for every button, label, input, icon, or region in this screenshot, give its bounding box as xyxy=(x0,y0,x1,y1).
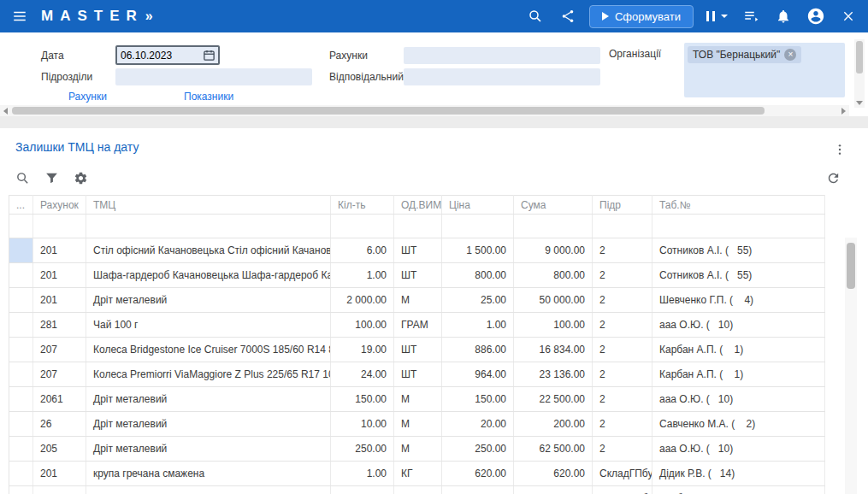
kebab-menu-icon[interactable] xyxy=(829,138,851,161)
column-header-tmc[interactable]: ТМЦ xyxy=(86,196,331,215)
row-handle[interactable] xyxy=(9,412,33,437)
row-handle[interactable] xyxy=(9,338,33,362)
cell-tab[interactable]: Дідик Р.В. ( 14) xyxy=(652,462,825,486)
cell-qty[interactable]: 1.00 xyxy=(331,462,394,486)
cell-dep[interactable]: 2 xyxy=(593,387,652,412)
organizations-box[interactable]: ТОВ "Бернацький" × xyxy=(684,43,845,97)
cell-dep[interactable]: 2 xyxy=(593,338,652,362)
cell-tab[interactable]: Карбан С. ( 10) xyxy=(652,486,825,494)
cell-dep[interactable]: СкладГПбух xyxy=(593,486,652,494)
cell-sum[interactable]: 50 000.00 xyxy=(514,288,593,313)
cell-tab[interactable]: ааа О.Ю. ( 10) xyxy=(652,437,825,462)
cell-tab[interactable]: ааа О.Ю. ( 10) xyxy=(652,387,825,412)
cell-sum[interactable]: 620.00 xyxy=(514,462,593,486)
table-row[interactable]: 2061Дріт металевий150.00М150.0022 500.00… xyxy=(9,387,825,412)
column-filter-cell[interactable] xyxy=(331,215,394,238)
cell-qty[interactable]: 10.00 xyxy=(331,412,394,437)
row-handle[interactable] xyxy=(9,263,33,288)
cell-sum[interactable]: 62 500.00 xyxy=(514,437,593,462)
cell-sum[interactable]: 16 834.00 xyxy=(514,338,593,362)
refresh-icon[interactable] xyxy=(826,171,841,189)
cell-sum[interactable]: 9 000.00 xyxy=(514,238,593,263)
cell-dep[interactable]: 2 xyxy=(593,437,652,462)
column-header-account[interactable]: Рахунок xyxy=(33,196,86,215)
cell-price[interactable]: 964.00 xyxy=(442,362,514,387)
filter-scrollbar-thumb[interactable] xyxy=(856,41,863,74)
cell-unit[interactable]: ШТ xyxy=(394,362,442,387)
cell-unit[interactable]: ШТ xyxy=(394,263,442,288)
column-filter-cell[interactable] xyxy=(593,215,652,238)
column-header-qty[interactable]: Кіл-ть xyxy=(331,196,394,215)
calendar-icon[interactable] xyxy=(203,49,216,62)
cell-account[interactable]: 201 xyxy=(33,462,86,486)
cell-tab[interactable]: Шевченко Г.П. ( 4) xyxy=(652,288,825,313)
cell-tab[interactable]: Савченко М.А. ( 2) xyxy=(652,412,825,437)
cell-price[interactable]: 20.00 xyxy=(442,412,514,437)
cell-sum[interactable]: 800.00 xyxy=(514,263,593,288)
cell-account[interactable]: 26 xyxy=(33,412,86,437)
cell-price[interactable]: 150.00 xyxy=(442,387,514,412)
cell-qty[interactable]: 250.00 xyxy=(331,437,394,462)
cell-name[interactable]: Дріт металевий xyxy=(86,288,331,313)
cell-unit[interactable]: КГ xyxy=(394,462,442,486)
row-handle[interactable] xyxy=(9,238,33,263)
cell-price[interactable]: 250.00 xyxy=(442,437,514,462)
row-handle[interactable] xyxy=(9,437,33,462)
cell-qty[interactable]: 6.00 xyxy=(331,238,394,263)
cell-tab[interactable]: ааа О.Ю. ( 10) xyxy=(652,313,825,338)
cell-price[interactable]: 1 500.00 xyxy=(442,238,514,263)
cell-dep[interactable]: 2 xyxy=(593,263,652,288)
cell-qty[interactable]: 100.00 xyxy=(331,313,394,338)
cell-price[interactable]: 25.00 xyxy=(442,288,514,313)
cell-name[interactable]: Шафа-гардероб Качановецька Шафа-гардероб… xyxy=(86,263,331,288)
cell-unit[interactable]: ГРАМ xyxy=(394,313,442,338)
cell-account[interactable]: 205 xyxy=(33,437,86,462)
tab-indicators-link[interactable]: Показники xyxy=(184,91,233,103)
table-row[interactable]: 205Дріт металевий250.00М250.0062 500.002… xyxy=(9,437,825,462)
column-header-tab[interactable]: Таб.№ xyxy=(652,196,825,215)
row-handle[interactable] xyxy=(9,362,33,387)
cell-unit[interactable]: М xyxy=(394,437,442,462)
cell-account[interactable]: 207 xyxy=(33,362,86,387)
cell-qty[interactable]: 150.00 xyxy=(331,387,394,412)
cell-dep[interactable]: 2 xyxy=(593,288,652,313)
cell-qty[interactable]: 5.00 xyxy=(331,486,394,494)
cell-tab[interactable]: Карбан А.П. ( 1) xyxy=(652,362,825,387)
cell-name[interactable]: Дріт металевий xyxy=(86,412,331,437)
cell-sum[interactable]: 100.00 xyxy=(514,313,593,338)
scroll-down-icon[interactable] xyxy=(856,101,863,105)
cell-tab[interactable]: Карбан А.П. ( 1) xyxy=(652,338,825,362)
column-filter-cell[interactable] xyxy=(394,215,442,238)
bell-icon[interactable] xyxy=(772,5,794,27)
gear-icon[interactable] xyxy=(74,171,88,185)
cell-price[interactable]: 800.00 xyxy=(442,263,514,288)
table-vertical-scrollbar[interactable] xyxy=(845,238,857,494)
column-header-dep[interactable]: Підр xyxy=(593,196,652,215)
table-row[interactable]: 201Шафа-гардероб Качановецька Шафа-гарде… xyxy=(9,263,825,288)
cell-unit[interactable]: ШТ xyxy=(394,338,442,362)
avatar-icon[interactable] xyxy=(805,5,827,27)
column-header-handle[interactable]: ... xyxy=(9,196,33,215)
table-row[interactable]: 281Чай 100 г100.00ГРАМ1.00100.002ааа О.Ю… xyxy=(9,313,825,338)
cell-account[interactable]: 207 xyxy=(33,338,86,362)
cell-name[interactable]: Дріт металевий xyxy=(86,387,331,412)
cell-qty[interactable]: 1.00 xyxy=(331,263,394,288)
cell-tab[interactable]: Сотников А.І. ( 55) xyxy=(652,238,825,263)
cell-dep[interactable]: 2 xyxy=(593,238,652,263)
row-handle[interactable] xyxy=(9,486,33,494)
hamburger-menu-icon[interactable] xyxy=(9,5,31,27)
date-field[interactable] xyxy=(115,45,220,65)
cell-account[interactable]: 201 xyxy=(33,288,86,313)
playlist-icon[interactable] xyxy=(740,5,762,27)
scroll-left-icon[interactable] xyxy=(3,108,8,115)
column-filter-cell[interactable] xyxy=(9,215,33,238)
tab-accounts-link[interactable]: Рахунки xyxy=(68,91,107,103)
column-filter-cell[interactable] xyxy=(33,215,86,238)
cell-name[interactable]: Колеса Bridgestone Ice Cruiser 7000S 185… xyxy=(86,338,331,362)
table-row[interactable]: 207Колеса Bridgestone Ice Cruiser 7000S … xyxy=(9,338,825,362)
column-filter-cell[interactable] xyxy=(86,215,331,238)
column-header-unit[interactable]: ОД.ВИМ xyxy=(394,196,442,215)
cell-unit[interactable]: М xyxy=(394,387,442,412)
table-scrollbar-thumb[interactable] xyxy=(847,243,855,289)
table-row[interactable]: 207Колеса Premiorri ViaMaggiore Z Plus 2… xyxy=(9,362,825,387)
